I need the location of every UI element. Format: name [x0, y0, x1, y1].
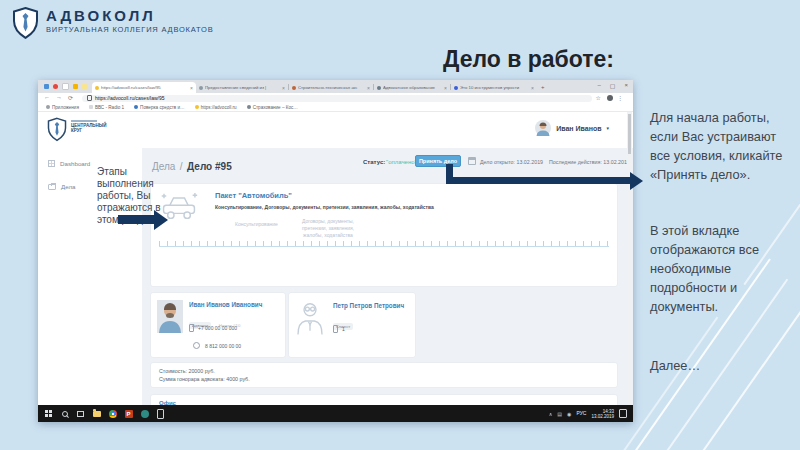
chrome-icon: [109, 410, 117, 418]
app-logo-shield-icon: [47, 117, 67, 142]
bookmark-star-icon[interactable]: ☆: [596, 94, 601, 101]
case-last-action-date: Последние действия: 13.02.2019: [549, 159, 630, 165]
reload-icon[interactable]: ⟳: [68, 94, 73, 101]
bookmark-item[interactable]: https://advocoll.ru: [195, 105, 237, 110]
tray-show-hidden-icon[interactable]: ∧: [549, 411, 553, 417]
maximize-icon[interactable]: ▢: [610, 82, 616, 89]
scrollbar-thumb[interactable]: [628, 114, 631, 154]
sidebar-item-label: Дела: [61, 183, 75, 190]
office-card: Офис: [150, 394, 618, 405]
tab-title: Это 10 инструментов упрости: [460, 85, 529, 90]
tray-volume-icon[interactable]: ◉: [567, 411, 571, 417]
right-note-paragraph-3: Далее…: [650, 356, 798, 375]
package-stage-1: Консультирование: [235, 221, 278, 228]
bookmark-item[interactable]: Поверка средств и…: [134, 105, 185, 110]
briefcase-icon: [48, 184, 56, 190]
pinned-tab-icon[interactable]: [44, 84, 49, 89]
bookmark-item[interactable]: Страхование – Кос…: [247, 105, 298, 110]
tab-title: Адвокатское образование: [383, 85, 442, 90]
browser-window: https://advocoll.ru/cases/law/95 × Предо…: [38, 80, 633, 422]
browser-tab[interactable]: Строительно-техническая экс ×: [289, 82, 373, 93]
pinned-tab-icon[interactable]: [53, 84, 58, 89]
package-title[interactable]: Пакет "Автомобиль": [215, 191, 292, 200]
tab-close-icon[interactable]: ×: [444, 85, 447, 91]
minimize-icon[interactable]: –: [597, 82, 600, 89]
phone-app-icon: [157, 409, 164, 419]
powerpoint-button[interactable]: P: [124, 409, 133, 418]
pinned-tab-icon[interactable]: [82, 84, 87, 89]
right-note-paragraph-1: Для начала работы, если Вас устраивают в…: [650, 108, 798, 184]
url-text: https://advocoll.ru/cases/law/95: [95, 95, 164, 101]
sidebar-item-dashboard[interactable]: Dashboard: [38, 148, 142, 167]
bookmark-item[interactable]: Приложения: [46, 105, 79, 110]
windows-logo-icon: [45, 410, 52, 417]
app-brand: ЦЕНТРАЛЬНЫЙ КРУГ: [71, 120, 107, 133]
package-stage-2: Договоры, документы, претензии, заявлени…: [297, 218, 359, 239]
url-field[interactable]: https://advocoll.ru/cases/law/95: [82, 95, 592, 102]
slide-brand-title: АДВОКОЛЛ: [46, 7, 213, 24]
accept-case-button[interactable]: Принять дело: [415, 155, 461, 167]
app-brand-name: ЦЕНТРАЛЬНЫЙ КРУГ: [71, 123, 107, 133]
task-view-icon: [77, 411, 84, 417]
clock-date: 13.02.2019: [591, 414, 614, 419]
tab-close-icon[interactable]: ×: [190, 85, 193, 91]
taskbar-search-button[interactable]: [60, 409, 69, 418]
browser-menu-icon[interactable]: ⋮: [617, 94, 623, 101]
new-tab-button[interactable]: +: [537, 84, 549, 93]
breadcrumb-current: Дело #95: [187, 161, 232, 172]
lawyer-name[interactable]: Иван Иванов Иванович: [189, 301, 262, 308]
client-name[interactable]: Петр Петров Петрович: [333, 302, 404, 309]
client-card: Петр Петров Петрович Клиент 1: [288, 292, 416, 358]
browser-tab[interactable]: Предоставление сведений из | ×: [196, 82, 288, 93]
app-icon: [141, 410, 149, 418]
pinned-tab-icon[interactable]: [62, 83, 69, 90]
profile-icon[interactable]: [607, 95, 613, 101]
bookmark-label: Поверка средств и…: [140, 105, 185, 110]
browser-tab[interactable]: Это 10 инструментов упрости ×: [451, 82, 537, 93]
slide-brand-subtitle: ВИРТУАЛЬНАЯ КОЛЛЕГИЯ АДВОКАТОВ: [46, 25, 213, 34]
lawyer-phone2-row: 8 812 000 00 00: [193, 342, 241, 349]
start-button[interactable]: [44, 409, 53, 418]
powerpoint-icon: P: [125, 410, 133, 418]
forward-icon[interactable]: →: [56, 94, 62, 100]
pinned-tab-icon[interactable]: [73, 84, 78, 89]
back-icon[interactable]: ←: [44, 94, 50, 100]
client-phone-row: 1: [333, 325, 345, 333]
scrollbar[interactable]: [627, 112, 632, 405]
action-center-icon[interactable]: [619, 409, 627, 418]
user-avatar: [535, 120, 551, 136]
phone-icon: [333, 325, 338, 333]
user-menu[interactable]: Иван Иванов ▾: [535, 120, 609, 136]
timeline-ruler: [159, 241, 609, 247]
calendar-icon: [468, 157, 476, 165]
tab-title: Строительно-техническая экс: [298, 85, 365, 90]
browser-tabstrip: https://advocoll.ru/cases/law/95 × Предо…: [38, 80, 633, 93]
tab-close-icon[interactable]: ×: [367, 85, 370, 91]
lawyer-phone2: 8 812 000 00 00: [205, 343, 241, 349]
clock[interactable]: 14:33 13.02.2019: [591, 409, 614, 419]
app-button[interactable]: [140, 409, 149, 418]
browser-tab-active[interactable]: https://advocoll.ru/cases/law/95 ×: [92, 82, 196, 93]
tab-close-icon[interactable]: ×: [531, 85, 534, 91]
status-badge: "оплачено": [386, 159, 417, 165]
pricing-card: Стоимость: 20000 руб. Сумма гонорара адв…: [150, 362, 618, 388]
slide-brand: АДВОКОЛЛ ВИРТУАЛЬНАЯ КОЛЛЕГИЯ АДВОКАТОВ: [12, 7, 213, 39]
phone-app-button[interactable]: [156, 409, 165, 418]
tray-network-icon[interactable]: ▤: [557, 411, 562, 417]
task-view-button[interactable]: [76, 409, 85, 418]
close-icon[interactable]: ×: [624, 82, 628, 89]
right-note-paragraph-2: В этой вкладке отображаются все необходи…: [650, 221, 798, 316]
browser-tab[interactable]: Адвокатское образование ×: [374, 82, 450, 93]
tab-close-icon[interactable]: ×: [282, 85, 285, 91]
bookmark-label: https://advocoll.ru: [201, 105, 237, 110]
folder-icon: [93, 411, 101, 417]
app-brand-tagline-bar: [71, 120, 97, 122]
lawyer-card: Иван Иванов Иванович Адвокат Номер #10 +…: [150, 292, 286, 358]
file-explorer-button[interactable]: [92, 409, 101, 418]
lawyer-phone-row: +7 000 00 00 000: [189, 324, 237, 332]
search-icon: [62, 411, 68, 417]
language-indicator[interactable]: РУС: [576, 411, 586, 416]
chrome-button[interactable]: [108, 409, 117, 418]
annotation-right-note: Для начала работы, если Вас устраивают в…: [650, 108, 798, 375]
bookmark-item[interactable]: ВВС - Radio 1: [89, 105, 124, 110]
